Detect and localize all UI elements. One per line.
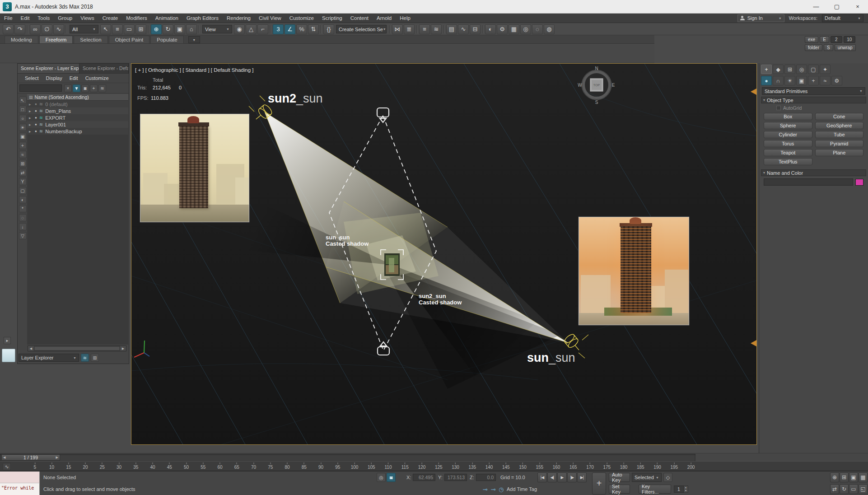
lock-icon[interactable]: ◙ — [81, 84, 89, 92]
frame-tick-200[interactable]: 200 — [687, 462, 695, 470]
expand-arrow-icon[interactable]: ▸ — [29, 116, 33, 120]
maximize-button[interactable]: ▢ — [826, 0, 847, 13]
explorer-menu-edit[interactable]: Edit — [66, 75, 82, 81]
select-cursor-icon[interactable]: ↖ — [19, 97, 27, 104]
explorer-menu-display[interactable]: Display — [42, 75, 66, 81]
menu-file[interactable]: File — [0, 14, 17, 23]
frame-tick-80[interactable]: 80 — [285, 462, 289, 470]
frame-spinner-value[interactable]: 1 — [674, 486, 684, 493]
expand-arrow-icon[interactable]: ▸ — [29, 129, 33, 134]
frame-tick-75[interactable]: 75 — [268, 462, 273, 470]
display-materials-icon[interactable]: ◐ — [19, 196, 27, 203]
primitive-sphere-button[interactable]: Sphere — [764, 122, 812, 129]
maxscript-mini-listener[interactable]: "Error while — [0, 483, 40, 495]
next-frame-icon[interactable]: ▶ — [56, 456, 58, 459]
clear-search-icon[interactable]: × — [64, 84, 72, 92]
use-pivot-point-center-icon[interactable]: ◉ — [234, 24, 245, 34]
workspace-dropdown[interactable]: Default ▼ — [822, 14, 863, 22]
next-frame-button[interactable]: |▶ — [567, 472, 577, 482]
zoom-extents-all-icon[interactable]: ▦ — [859, 472, 868, 482]
filter-icon[interactable]: ▽ — [19, 232, 27, 239]
viewcube-north-label[interactable]: N — [595, 66, 598, 71]
display-groups-icon[interactable]: ⊞ — [19, 160, 27, 167]
object-type-rollout[interactable]: ▾ Object Type — [761, 97, 866, 103]
modify-tab[interactable]: ◆ — [773, 65, 784, 74]
window-crossing-toggle-icon[interactable]: ⊞ — [135, 24, 146, 34]
key-selection-dropdown[interactable]: Selected ▼ — [632, 473, 662, 482]
go-to-start-button[interactable]: |◀ — [537, 472, 547, 482]
menu-rendering[interactable]: Rendering — [223, 14, 255, 23]
primitive-cylinder-button[interactable]: Cylinder — [764, 131, 812, 138]
frame-tick-180[interactable]: 180 — [620, 462, 628, 470]
frame-tick-195[interactable]: 195 — [670, 462, 678, 470]
layer-row-export[interactable]: ▸●≋EXPORT — [27, 114, 128, 121]
unwrap-button[interactable]: unwrap — [835, 44, 856, 51]
frame-tick-15[interactable]: 15 — [66, 462, 71, 470]
frame-tick-135[interactable]: 135 — [468, 462, 476, 470]
frame-tick-70[interactable]: 70 — [251, 462, 256, 470]
primitive-textplus-button[interactable]: TextPlus — [764, 158, 812, 165]
frame-tick-155[interactable]: 155 — [536, 462, 543, 470]
visibility-eye-icon[interactable]: ● — [35, 129, 37, 133]
frame-tick-30[interactable]: 30 — [117, 462, 121, 470]
e-button[interactable]: E — [820, 36, 829, 43]
frame-tick-160[interactable]: 160 — [553, 462, 560, 470]
frame-tick-125[interactable]: 125 — [435, 462, 443, 470]
frame-tick-150[interactable]: 150 — [519, 462, 527, 470]
systems-category[interactable]: ⚙ — [831, 76, 842, 85]
render-production-icon[interactable]: ◎ — [520, 24, 531, 34]
scrollbar-thumb[interactable] — [34, 346, 120, 350]
geometry-category[interactable]: ● — [761, 76, 772, 85]
schematic-view-icon[interactable]: ⊟ — [470, 24, 481, 34]
go-to-end-button[interactable]: ▶| — [577, 472, 587, 482]
object-name-input[interactable] — [764, 178, 853, 186]
spinner-arrows[interactable]: ▴▾ — [684, 486, 688, 493]
menu-graph-editors[interactable]: Graph Editors — [182, 14, 223, 23]
layers-icon[interactable]: ≋ — [98, 84, 106, 92]
ribbon-tab-selection[interactable]: Selection — [74, 36, 107, 43]
object-color-swatch[interactable] — [855, 179, 863, 186]
display-geometry-icon[interactable]: □ — [19, 106, 27, 113]
frame-tick-50[interactable]: 50 — [184, 462, 189, 470]
rendered-frame-window-icon[interactable]: ▦ — [509, 24, 519, 34]
ribbon-tab-populate[interactable]: Populate — [150, 36, 183, 43]
frame-tick-40[interactable]: 40 — [150, 462, 155, 470]
frame-tick-115[interactable]: 115 — [401, 462, 409, 470]
time-slider-track[interactable]: ◀ 1 / 199 ▶ — [0, 454, 695, 461]
viewcube-east-label[interactable]: E — [612, 83, 615, 88]
rectangular-selection-region-icon[interactable]: ▭ — [124, 24, 135, 34]
frame-tick-60[interactable]: 60 — [217, 462, 222, 470]
layer-row-dem-plans[interactable]: ▸●≋Dem_Plans — [27, 107, 128, 114]
menu-edit[interactable]: Edit — [17, 14, 34, 23]
select-and-link-icon[interactable]: ∞ — [30, 24, 41, 34]
folder-button[interactable]: folder — [805, 44, 822, 51]
frame-tick-35[interactable]: 35 — [133, 462, 138, 470]
layer-explorer-mode-icon[interactable]: ≋ — [81, 354, 89, 362]
time-slider[interactable]: ◀ 1 / 199 ▶ — [0, 453, 868, 461]
menu-group[interactable]: Group — [54, 14, 76, 23]
visibility-eye-icon[interactable]: ● — [35, 116, 37, 120]
display-shapes-icon[interactable]: ○ — [19, 115, 27, 122]
select-and-rotate-icon[interactable]: ↻ — [163, 24, 173, 34]
menu-civil-view[interactable]: Civil View — [255, 14, 285, 23]
visibility-eye-icon[interactable]: ● — [35, 122, 37, 126]
menu-animation[interactable]: Animation — [151, 14, 182, 23]
hierarchy-tab[interactable]: ⊞ — [784, 65, 795, 74]
set-key-button[interactable]: Set Key — [609, 485, 630, 494]
frame-tick-165[interactable]: 165 — [569, 462, 577, 470]
select-and-manipulate-icon[interactable]: △ — [246, 24, 257, 34]
viewcube-west-label[interactable]: W — [578, 83, 582, 88]
explorer-tab-scene-explorer-layer-explo[interactable]: Scene Explorer - Layer Explo... — [18, 64, 79, 73]
frame-tick-65[interactable]: 65 — [234, 462, 239, 470]
zoom-region-icon[interactable]: ▭ — [849, 484, 858, 494]
select-by-name-icon[interactable]: ≡ — [112, 24, 123, 34]
track-bar[interactable]: ∿ 51015202530354045505560657075808590951… — [0, 461, 868, 471]
menu-create[interactable]: Create — [98, 14, 122, 23]
material-editor-icon[interactable]: ◐ — [485, 24, 496, 34]
maximize-viewport-icon[interactable]: ◱ — [859, 484, 868, 494]
edit-named-selection-sets-icon[interactable]: {} — [323, 24, 334, 34]
layer-row-layer001[interactable]: ▸●≋Layer001 — [27, 121, 128, 128]
frame-tick-185[interactable]: 185 — [637, 462, 644, 470]
explorer-tab-scene-explorer-defa[interactable]: Scene Explorer - Defa... — [79, 64, 129, 73]
expand-arrow-icon[interactable]: ▸ — [29, 122, 33, 127]
